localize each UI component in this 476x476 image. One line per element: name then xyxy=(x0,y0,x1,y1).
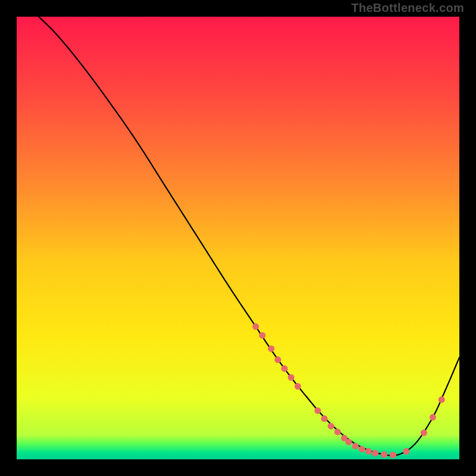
data-dot xyxy=(288,374,295,381)
data-dot xyxy=(295,383,301,390)
data-dot xyxy=(430,414,436,421)
data-dot xyxy=(352,443,359,449)
data-dot xyxy=(403,448,409,455)
chart-frame: TheBottleneck.com xyxy=(0,0,476,476)
data-dot xyxy=(365,448,372,455)
data-dot xyxy=(281,365,288,372)
data-dot xyxy=(359,446,365,452)
watermark-text: TheBottleneck.com xyxy=(351,1,464,15)
data-dot xyxy=(268,346,274,352)
gradient-background xyxy=(17,17,459,459)
data-dot xyxy=(314,408,321,414)
data-dot xyxy=(274,356,281,363)
plot-area xyxy=(17,17,459,459)
data-dot xyxy=(439,396,445,403)
data-dot xyxy=(328,423,334,430)
data-dot xyxy=(321,415,328,422)
data-dot xyxy=(252,323,259,330)
data-dot xyxy=(421,430,427,436)
data-dot xyxy=(259,332,265,339)
data-dot xyxy=(334,428,341,435)
chart-svg xyxy=(17,17,459,459)
data-dot xyxy=(346,439,352,445)
data-dot xyxy=(381,451,387,458)
data-dot xyxy=(372,450,378,456)
data-dot xyxy=(390,452,396,458)
